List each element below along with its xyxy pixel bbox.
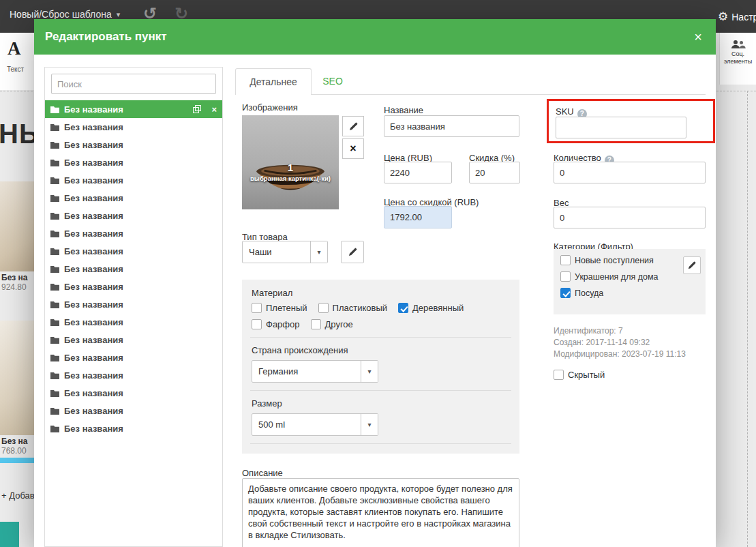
checkbox-unchecked[interactable] (252, 319, 262, 329)
folder-icon (50, 230, 59, 237)
sidebar-item[interactable]: Без названия (45, 189, 222, 207)
sidebar-item[interactable]: Без названия (45, 295, 222, 313)
sidebar-item[interactable]: Без названия (45, 224, 222, 242)
category-option[interactable]: Украшения для дома (560, 271, 699, 282)
sidebar-item-label: Без названия (64, 104, 123, 115)
edit-categories-button[interactable] (683, 256, 701, 274)
sidebar-item[interactable]: Без названия (45, 366, 222, 384)
sidebar-item-label: Без названия (64, 388, 123, 398)
sidebar-item[interactable]: Без названия (45, 118, 222, 136)
sidebar-item-label: Без названия (64, 122, 123, 132)
created-text: Создан: 2017-11-14 09:32 (554, 338, 650, 347)
checkbox-unchecked[interactable] (318, 303, 329, 313)
buy-button-fragment[interactable] (0, 458, 34, 463)
text-tool-glyph[interactable]: А (7, 38, 21, 59)
material-option[interactable]: Плетеный (252, 303, 307, 313)
close-icon[interactable]: × (694, 19, 702, 55)
divider (250, 337, 511, 338)
sidebar-item-label: Без названия (64, 211, 123, 221)
name-input[interactable] (384, 115, 519, 137)
sidebar-folder-list: Без названия×Без названияБез названияБез… (45, 100, 222, 437)
sidebar-item[interactable]: Без названия (45, 153, 222, 171)
checkbox-checked[interactable] (560, 288, 571, 298)
price-input[interactable] (384, 162, 452, 183)
sidebar-item-label: Без названия (64, 335, 123, 345)
folder-icon (50, 425, 59, 432)
country-select[interactable]: Германия ▾ (252, 360, 378, 383)
folder-icon (50, 123, 59, 131)
discount-input[interactable] (469, 162, 520, 183)
checkbox-unchecked[interactable] (560, 255, 571, 265)
folder-icon (50, 354, 59, 361)
folder-icon (50, 265, 59, 273)
folder-icon (50, 106, 59, 113)
product-photo[interactable]: 1 выбранная картинка(-ки) (242, 115, 339, 209)
settings-button[interactable]: ⚙ Настр (718, 10, 756, 24)
sidebar-item[interactable]: Без названия× (45, 100, 222, 118)
product-image[interactable] (0, 181, 34, 271)
properties-panel: Материал ПлетеныйПластиковыйДеревянныйФа… (242, 280, 519, 454)
sidebar-item[interactable]: Без названия (45, 278, 222, 295)
sidebar-item[interactable]: Без названия (45, 260, 222, 278)
folder-icon (50, 212, 59, 220)
material-option[interactable]: Фарфор (252, 319, 300, 329)
category-option[interactable]: Посуда (560, 288, 699, 298)
right-tool-panel[interactable]: Соц. элементы (719, 33, 756, 85)
duplicate-icon[interactable] (193, 105, 201, 113)
pencil-icon (349, 122, 358, 131)
modal-title: Редактировать пункт (45, 19, 167, 55)
material-option-label: Пластиковый (333, 303, 387, 313)
edit-product-type-button[interactable] (341, 241, 364, 263)
checkbox-checked[interactable] (398, 303, 408, 313)
quantity-input[interactable] (554, 162, 706, 183)
add-product-button[interactable]: + Добав (1, 490, 35, 501)
checkbox-unchecked[interactable] (252, 303, 262, 313)
sidebar-item[interactable]: Без названия (45, 207, 222, 224)
sidebar-item[interactable]: Без названия (45, 171, 222, 189)
caret-down-icon: ▾ (310, 241, 327, 263)
sidebar-item-label: Без названия (64, 158, 123, 168)
gear-icon: ⚙ (718, 10, 728, 24)
add-property-context: (Чаши) (350, 454, 380, 454)
description-textarea[interactable]: Добавьте описание своего продукта, котор… (242, 478, 519, 547)
sidebar-item-label: Без названия (64, 282, 123, 292)
sku-input[interactable] (556, 117, 686, 138)
people-icon (731, 40, 746, 49)
size-select[interactable]: 500 ml ▾ (252, 413, 378, 436)
sidebar-item[interactable]: Без названия (45, 331, 222, 349)
category-option-label: Украшения для дома (575, 272, 658, 282)
size-label: Размер (252, 398, 510, 409)
caret-down-icon: ▾ (361, 414, 378, 435)
sidebar-item[interactable]: Без названия (45, 136, 222, 153)
folder-icon (50, 301, 59, 308)
sidebar-item[interactable]: Без названия (45, 419, 222, 437)
weight-input[interactable] (554, 207, 706, 228)
material-option[interactable]: Пластиковый (318, 303, 387, 313)
tab-details[interactable]: Детальнее (235, 68, 312, 95)
sidebar-item[interactable]: Без названия (45, 384, 222, 402)
material-option[interactable]: Другое (311, 319, 353, 329)
material-option[interactable]: Деревянный (398, 303, 464, 313)
sidebar-item[interactable]: Без названия (45, 349, 222, 366)
remove-image-button[interactable]: × (342, 138, 364, 159)
checkbox-unchecked[interactable] (560, 271, 571, 282)
checkbox-unchecked[interactable] (554, 370, 564, 380)
hidden-option[interactable]: Скрытый (554, 370, 605, 380)
search-input[interactable] (51, 74, 216, 94)
corner-action-button[interactable] (0, 522, 19, 547)
category-option[interactable]: Новые поступления (560, 255, 699, 265)
tab-seo[interactable]: SEO (312, 68, 354, 95)
sidebar-item[interactable]: Без названия (45, 242, 222, 260)
template-menu-button[interactable]: Новый/Сброс шаблона ▾ (10, 9, 120, 20)
edit-images-button[interactable] (342, 116, 364, 136)
add-property-link[interactable]: ✚ Добавить свойство (Чаши) (252, 452, 510, 454)
material-option-label: Деревянный (412, 303, 464, 313)
checkbox-unchecked[interactable] (311, 319, 321, 329)
product-image[interactable] (0, 321, 34, 435)
delete-icon[interactable]: × (211, 104, 217, 115)
sidebar-item-label: Без названия (64, 353, 123, 363)
sidebar-item[interactable]: Без названия (45, 313, 222, 331)
pencil-icon (348, 248, 357, 256)
sidebar-item[interactable]: Без названия (45, 402, 222, 419)
product-type-select[interactable]: Чаши ▾ (242, 241, 328, 263)
